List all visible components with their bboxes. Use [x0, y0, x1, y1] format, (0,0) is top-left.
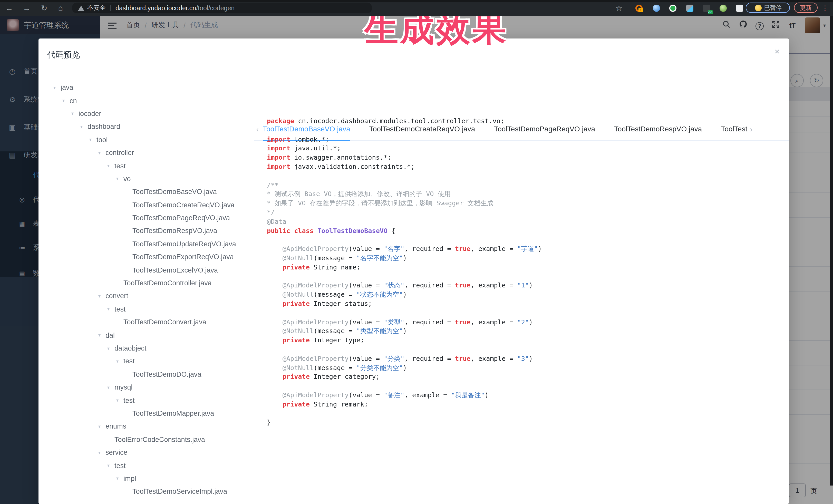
github-icon[interactable] [735, 20, 752, 30]
page-number-input[interactable]: 1 [789, 483, 806, 497]
security-label[interactable]: 不安全 [87, 4, 106, 12]
breadcrumb-item[interactable]: 代码生成 [190, 21, 218, 30]
tree-expand-caret-icon[interactable]: ▾ [107, 463, 115, 468]
font-size-icon[interactable]: tT [784, 21, 801, 29]
tree-node-label: enums [105, 423, 126, 430]
code-token: "芋道" [517, 245, 538, 253]
fullscreen-icon[interactable] [768, 20, 784, 30]
search-icon[interactable] [718, 20, 735, 30]
table-search-button[interactable]: ⌕ [790, 74, 804, 87]
tree-expand-caret-icon[interactable]: ▾ [98, 293, 105, 299]
tree-node-folder[interactable]: ▾tool [47, 133, 263, 146]
tree-node-file[interactable]: ToolTestDemoDO.java [47, 368, 263, 381]
browser-forward-icon[interactable]: → [22, 0, 32, 16]
tree-node-file[interactable]: ToolTestDemoExportReqVO.java [47, 250, 263, 264]
code-token: package [267, 117, 294, 125]
tree-expand-caret-icon[interactable]: ▾ [107, 307, 115, 312]
bookmark-star-icon[interactable]: ☆ [614, 0, 624, 16]
tree-node-file[interactable]: ToolTestDemoPageReqVO.java [47, 212, 263, 224]
page-scrollbar[interactable] [830, 16, 833, 485]
tree-node-file[interactable]: ToolErrorCodeConstants.java [47, 433, 263, 446]
tree-node-folder[interactable]: ▾convert [47, 290, 263, 303]
tree-expand-caret-icon[interactable]: ▾ [116, 398, 123, 403]
tree-expand-caret-icon[interactable]: ▾ [107, 346, 115, 351]
tree-expand-caret-icon[interactable]: ▾ [98, 424, 105, 429]
sidebar-toggle-icon[interactable] [108, 21, 117, 29]
tree-node-file[interactable]: ToolTestDemoCreateReqVO.java [47, 198, 263, 212]
browser-back-icon[interactable]: ← [4, 0, 15, 16]
tree-node-file[interactable]: ToolTestDemoUpdateReqVO.java [47, 237, 263, 250]
browser-update-button[interactable]: 更新 [794, 3, 817, 13]
tree-expand-caret-icon[interactable]: ▾ [116, 359, 123, 364]
tree-node-folder[interactable]: ▾enums [47, 420, 263, 433]
tree-expand-caret-icon[interactable]: ▾ [98, 150, 105, 155]
tree-expand-caret-icon[interactable]: ▾ [98, 333, 105, 338]
extension-icon-green-v[interactable] [669, 5, 676, 12]
table-refresh-button[interactable]: ↻ [810, 74, 823, 87]
extension-icon-grid[interactable] [686, 5, 693, 12]
code-token: true [455, 354, 471, 362]
code-token: (message = [314, 290, 356, 298]
tree-node-folder[interactable]: ▾mysql [47, 381, 263, 394]
extension-puzzle-icon[interactable] [736, 5, 743, 12]
close-icon[interactable]: × [771, 47, 783, 57]
tree-expand-caret-icon[interactable]: ▾ [98, 450, 105, 455]
breadcrumb-item[interactable]: 研发工具 [151, 21, 179, 30]
browser-home-icon[interactable]: ⌂ [55, 0, 66, 16]
tree-expand-caret-icon[interactable]: ▾ [62, 98, 70, 103]
tree-node-folder[interactable]: ▾test [47, 159, 263, 172]
code-token: true [455, 282, 471, 289]
tree-expand-caret-icon[interactable]: ▾ [89, 137, 96, 142]
tree-expand-caret-icon[interactable]: ▾ [116, 176, 123, 182]
tabs-scroll-left-icon[interactable]: ‹ [256, 125, 259, 134]
code-line: private Integer category; [267, 373, 785, 382]
address-bar[interactable]: 不安全 dashboard.yudao.iocoder.cn/tool/code… [72, 3, 372, 13]
tree-node-file[interactable]: ToolTestDemoMapper.java [47, 407, 263, 420]
tree-expand-caret-icon[interactable]: ▾ [116, 476, 123, 481]
tree-expand-caret-icon[interactable]: ▾ [80, 124, 88, 129]
tree-node-file[interactable]: ToolTestDemoRespVO.java [47, 224, 263, 238]
tree-node-folder[interactable]: ▾dashboard [47, 120, 263, 133]
browser-menu-icon[interactable]: ⋮ [822, 0, 828, 16]
app-logo-area[interactable]: 芋道管理系统 [0, 16, 100, 34]
browser-reload-icon[interactable]: ↻ [39, 0, 49, 16]
extension-icon-orange[interactable]: 1 [636, 5, 643, 12]
user-avatar[interactable] [805, 17, 820, 33]
tree-node-folder[interactable]: ▾dataobject [47, 342, 263, 355]
tree-node-file[interactable]: ToolTestDemoConvert.java [47, 316, 263, 329]
tree-node-file[interactable]: ToolTestDemoBaseVO.java [47, 185, 263, 198]
extension-icon-blue-drop[interactable] [653, 5, 660, 12]
tree-node-label: tool [96, 136, 108, 144]
tree-expand-caret-icon[interactable]: ▾ [53, 85, 61, 90]
tree-node-folder[interactable]: ▾test [47, 394, 263, 407]
tree-node-folder[interactable]: ▾test [47, 355, 263, 368]
tree-expand-caret-icon[interactable]: ▾ [107, 163, 115, 168]
extension-icon-plant[interactable] [719, 5, 727, 12]
paused-extension-button[interactable]: 已暂停 [746, 3, 790, 13]
tree-node-folder[interactable]: ▾test [47, 303, 263, 316]
user-menu-caret-icon[interactable]: ▾ [823, 22, 826, 28]
tree-node-folder[interactable]: ▾test [47, 459, 263, 472]
code-token: , example = [471, 318, 517, 326]
tree-expand-caret-icon[interactable]: ▾ [107, 385, 115, 390]
extension-icon-list-on[interactable]: on [703, 5, 710, 12]
tree-expand-caret-icon[interactable]: ▾ [71, 111, 78, 116]
tree-node-folder[interactable]: ▾controller [47, 146, 263, 159]
tree-node-folder[interactable]: ▾dal [47, 329, 263, 342]
code-token [267, 391, 283, 399]
tree-node-folder[interactable]: ▾cn [47, 94, 263, 107]
tree-node-folder[interactable]: ▾service [47, 446, 263, 459]
code-token: @NotNull [283, 364, 314, 371]
help-icon[interactable]: ? [752, 20, 768, 30]
tree-node-file[interactable]: ToolTestDemoExcelVO.java [47, 264, 263, 277]
tree-node-file[interactable]: ToolTestDemoController.java [47, 277, 263, 290]
breadcrumb-item[interactable]: 首页 [126, 21, 140, 30]
tree-node-folder[interactable]: ▾impl [47, 472, 263, 485]
tree-node-file[interactable]: ToolTestDemoServiceImpl.java [47, 485, 263, 498]
tree-node-folder[interactable]: ▾iocoder [47, 107, 263, 120]
code-token: "状态" [384, 282, 404, 289]
code-token: import [267, 153, 290, 161]
tree-node-folder[interactable]: ▾java [47, 81, 263, 94]
code-token [267, 254, 283, 262]
tree-node-folder[interactable]: ▾vo [47, 172, 263, 185]
